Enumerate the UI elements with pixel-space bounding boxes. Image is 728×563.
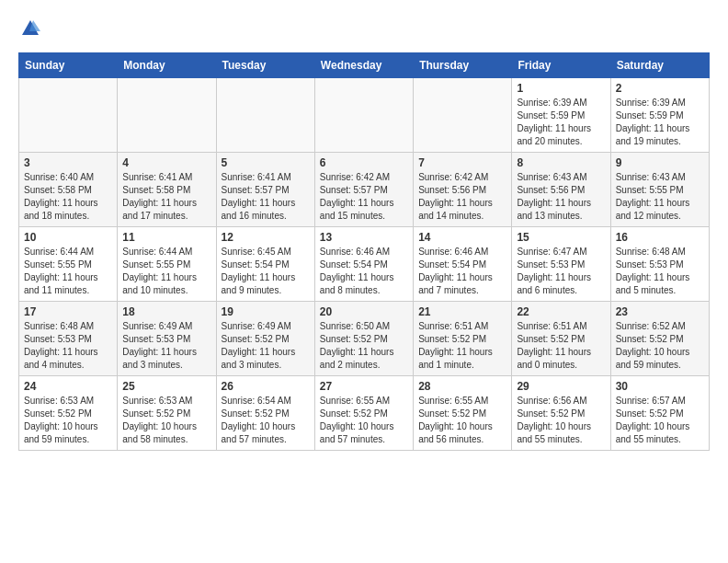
day-info: Sunrise: 6:56 AMSunset: 5:52 PMDaylight:… [517, 395, 605, 446]
calendar-cell: 3Sunrise: 6:40 AMSunset: 5:58 PMDaylight… [19, 152, 118, 226]
day-number: 7 [418, 156, 506, 169]
weekday-header-cell: Monday [118, 52, 216, 77]
day-number: 16 [616, 231, 704, 244]
day-number: 23 [616, 305, 704, 318]
calendar-cell: 12Sunrise: 6:45 AMSunset: 5:54 PMDayligh… [216, 226, 314, 301]
day-info: Sunrise: 6:44 AMSunset: 5:55 PMDaylight:… [24, 246, 112, 297]
day-number: 11 [122, 231, 210, 244]
day-number: 6 [320, 156, 408, 169]
day-number: 2 [616, 82, 704, 95]
day-number: 3 [24, 156, 112, 169]
day-info: Sunrise: 6:55 AMSunset: 5:52 PMDaylight:… [418, 395, 506, 446]
day-number: 27 [320, 380, 408, 393]
weekday-header-cell: Friday [512, 52, 610, 77]
calendar-table: SundayMondayTuesdayWednesdayThursdayFrid… [18, 52, 710, 451]
day-info: Sunrise: 6:52 AMSunset: 5:52 PMDaylight:… [616, 320, 704, 372]
day-number: 21 [418, 305, 506, 318]
day-number: 22 [517, 305, 605, 318]
calendar-cell: 25Sunrise: 6:53 AMSunset: 5:52 PMDayligh… [118, 375, 216, 450]
day-info: Sunrise: 6:49 AMSunset: 5:52 PMDaylight:… [222, 320, 310, 372]
calendar-cell: 10Sunrise: 6:44 AMSunset: 5:55 PMDayligh… [19, 226, 118, 301]
calendar-cell: 16Sunrise: 6:48 AMSunset: 5:53 PMDayligh… [610, 226, 709, 301]
day-info: Sunrise: 6:39 AMSunset: 5:59 PMDaylight:… [616, 97, 704, 148]
day-number: 18 [122, 305, 210, 318]
calendar-cell: 7Sunrise: 6:42 AMSunset: 5:56 PMDaylight… [414, 152, 512, 226]
calendar-cell: 14Sunrise: 6:46 AMSunset: 5:54 PMDayligh… [414, 226, 512, 301]
weekday-header-row: SundayMondayTuesdayWednesdayThursdayFrid… [19, 52, 710, 77]
day-info: Sunrise: 6:40 AMSunset: 5:58 PMDaylight:… [24, 171, 112, 223]
logo-icon [20, 18, 40, 39]
day-info: Sunrise: 6:45 AMSunset: 5:54 PMDaylight:… [222, 246, 310, 297]
day-number: 9 [616, 156, 704, 169]
weekday-header-cell: Wednesday [314, 52, 413, 77]
weekday-header-cell: Sunday [19, 52, 118, 77]
calendar-cell: 21Sunrise: 6:51 AMSunset: 5:52 PMDayligh… [414, 301, 512, 375]
day-info: Sunrise: 6:54 AMSunset: 5:52 PMDaylight:… [222, 395, 310, 446]
day-number: 26 [222, 380, 310, 393]
calendar-cell [414, 77, 512, 152]
calendar-cell: 27Sunrise: 6:55 AMSunset: 5:52 PMDayligh… [314, 375, 413, 450]
calendar-cell: 1Sunrise: 6:39 AMSunset: 5:59 PMDaylight… [512, 77, 610, 152]
weekday-header-cell: Thursday [414, 52, 512, 77]
calendar-cell: 2Sunrise: 6:39 AMSunset: 5:59 PMDaylight… [610, 77, 709, 152]
calendar-week-row: 10Sunrise: 6:44 AMSunset: 5:55 PMDayligh… [19, 226, 710, 301]
day-info: Sunrise: 6:42 AMSunset: 5:57 PMDaylight:… [320, 171, 408, 223]
day-number: 17 [24, 305, 112, 318]
day-number: 13 [320, 231, 408, 244]
calendar-cell: 20Sunrise: 6:50 AMSunset: 5:52 PMDayligh… [314, 301, 413, 375]
day-number: 30 [616, 380, 704, 393]
calendar-cell: 26Sunrise: 6:54 AMSunset: 5:52 PMDayligh… [216, 375, 314, 450]
day-number: 24 [24, 380, 112, 393]
day-number: 10 [24, 231, 112, 244]
calendar-cell: 5Sunrise: 6:41 AMSunset: 5:57 PMDaylight… [216, 152, 314, 226]
calendar-week-row: 17Sunrise: 6:48 AMSunset: 5:53 PMDayligh… [19, 301, 710, 375]
day-info: Sunrise: 6:43 AMSunset: 5:56 PMDaylight:… [517, 171, 605, 223]
calendar-cell: 22Sunrise: 6:51 AMSunset: 5:52 PMDayligh… [512, 301, 610, 375]
calendar-week-row: 24Sunrise: 6:53 AMSunset: 5:52 PMDayligh… [19, 375, 710, 450]
day-info: Sunrise: 6:53 AMSunset: 5:52 PMDaylight:… [122, 395, 210, 446]
day-number: 14 [418, 231, 506, 244]
day-info: Sunrise: 6:42 AMSunset: 5:56 PMDaylight:… [418, 171, 506, 223]
calendar-cell: 11Sunrise: 6:44 AMSunset: 5:55 PMDayligh… [118, 226, 216, 301]
day-info: Sunrise: 6:51 AMSunset: 5:52 PMDaylight:… [418, 320, 506, 372]
day-info: Sunrise: 6:49 AMSunset: 5:53 PMDaylight:… [122, 320, 210, 372]
calendar-cell: 4Sunrise: 6:41 AMSunset: 5:58 PMDaylight… [118, 152, 216, 226]
day-info: Sunrise: 6:41 AMSunset: 5:58 PMDaylight:… [122, 171, 210, 223]
calendar-cell: 9Sunrise: 6:43 AMSunset: 5:55 PMDaylight… [610, 152, 709, 226]
day-info: Sunrise: 6:41 AMSunset: 5:57 PMDaylight:… [222, 171, 310, 223]
day-info: Sunrise: 6:39 AMSunset: 5:59 PMDaylight:… [517, 97, 605, 148]
logo [18, 18, 40, 43]
calendar-week-row: 1Sunrise: 6:39 AMSunset: 5:59 PMDaylight… [19, 77, 710, 152]
calendar-week-row: 3Sunrise: 6:40 AMSunset: 5:58 PMDaylight… [19, 152, 710, 226]
day-number: 4 [122, 156, 210, 169]
calendar-cell: 13Sunrise: 6:46 AMSunset: 5:54 PMDayligh… [314, 226, 413, 301]
calendar-body: 1Sunrise: 6:39 AMSunset: 5:59 PMDaylight… [19, 77, 710, 450]
calendar-cell [19, 77, 118, 152]
day-number: 12 [222, 231, 310, 244]
calendar-cell: 24Sunrise: 6:53 AMSunset: 5:52 PMDayligh… [19, 375, 118, 450]
day-number: 1 [517, 82, 605, 95]
calendar-cell: 17Sunrise: 6:48 AMSunset: 5:53 PMDayligh… [19, 301, 118, 375]
day-info: Sunrise: 6:51 AMSunset: 5:52 PMDaylight:… [517, 320, 605, 372]
calendar-cell: 6Sunrise: 6:42 AMSunset: 5:57 PMDaylight… [314, 152, 413, 226]
day-info: Sunrise: 6:43 AMSunset: 5:55 PMDaylight:… [616, 171, 704, 223]
day-info: Sunrise: 6:46 AMSunset: 5:54 PMDaylight:… [320, 246, 408, 297]
header [18, 15, 710, 43]
day-info: Sunrise: 6:48 AMSunset: 5:53 PMDaylight:… [616, 246, 704, 297]
day-info: Sunrise: 6:50 AMSunset: 5:52 PMDaylight:… [320, 320, 408, 372]
day-info: Sunrise: 6:46 AMSunset: 5:54 PMDaylight:… [418, 246, 506, 297]
day-info: Sunrise: 6:57 AMSunset: 5:52 PMDaylight:… [616, 395, 704, 446]
calendar-cell [314, 77, 413, 152]
calendar-cell: 29Sunrise: 6:56 AMSunset: 5:52 PMDayligh… [512, 375, 610, 450]
calendar-cell [118, 77, 216, 152]
day-info: Sunrise: 6:55 AMSunset: 5:52 PMDaylight:… [320, 395, 408, 446]
day-number: 5 [222, 156, 310, 169]
day-number: 15 [517, 231, 605, 244]
day-number: 20 [320, 305, 408, 318]
day-info: Sunrise: 6:53 AMSunset: 5:52 PMDaylight:… [24, 395, 112, 446]
calendar-cell: 30Sunrise: 6:57 AMSunset: 5:52 PMDayligh… [610, 375, 709, 450]
day-number: 29 [517, 380, 605, 393]
day-number: 28 [418, 380, 506, 393]
weekday-header-cell: Tuesday [216, 52, 314, 77]
calendar-page: SundayMondayTuesdayWednesdayThursdayFrid… [0, 0, 728, 465]
